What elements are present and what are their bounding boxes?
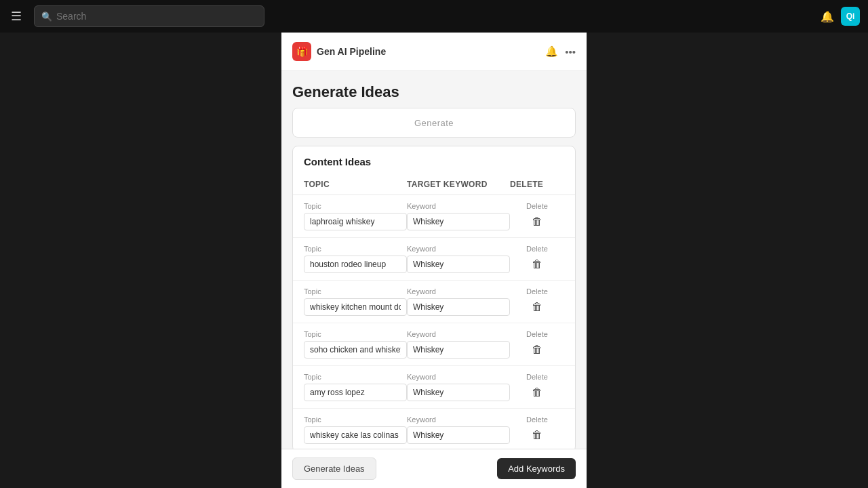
topic-cell: Topic xyxy=(304,202,407,230)
table-body: Topic Keyword Delete 🗑 Topic Keyword Del xyxy=(293,195,575,451)
topic-cell: Topic xyxy=(304,415,407,444)
generate-top-area: Generate xyxy=(292,108,576,138)
topic-input[interactable] xyxy=(304,213,407,230)
topic-input[interactable] xyxy=(304,384,407,401)
table-row: Topic Keyword Delete 🗑 xyxy=(293,281,575,323)
topic-input[interactable] xyxy=(304,298,407,316)
page-title: Generate Ideas xyxy=(292,83,576,101)
content-ideas-card: Content Ideas Topic Target Keyword Delet… xyxy=(292,146,576,452)
table-header: Topic Target Keyword Delete xyxy=(293,174,575,195)
topic-cell: Topic xyxy=(304,287,407,316)
keyword-cell: Keyword xyxy=(407,287,510,316)
topic-cell: Topic xyxy=(304,373,407,401)
delete-label: Delete xyxy=(526,373,548,381)
delete-button[interactable]: 🗑 xyxy=(529,384,545,401)
bell-icon-top[interactable]: 🔔 xyxy=(821,10,834,23)
keyword-label: Keyword xyxy=(407,330,510,338)
delete-label: Delete xyxy=(526,415,548,424)
keyword-input[interactable] xyxy=(407,256,510,273)
topic-input[interactable] xyxy=(304,341,407,359)
topic-label: Topic xyxy=(304,202,407,210)
topic-label: Topic xyxy=(304,330,407,338)
app-header-left: 🎁 Gen AI Pipeline xyxy=(292,42,386,61)
keyword-cell: Keyword xyxy=(407,202,510,230)
app-header-right: 🔔 ••• xyxy=(545,45,576,58)
delete-cell: Delete 🗑 xyxy=(510,415,564,444)
main-wrapper: 🎁 Gen AI Pipeline 🔔 ••• Generate Ideas G… xyxy=(0,33,868,488)
topic-label: Topic xyxy=(304,287,407,296)
keyword-label: Keyword xyxy=(407,202,510,210)
keyword-input[interactable] xyxy=(407,298,510,316)
table-row: Topic Keyword Delete 🗑 xyxy=(293,323,575,366)
table-row: Topic Keyword Delete 🗑 xyxy=(293,366,575,409)
delete-button[interactable]: 🗑 xyxy=(529,298,545,316)
delete-cell: Delete 🗑 xyxy=(510,202,564,230)
keyword-label: Keyword xyxy=(407,245,510,253)
topic-cell: Topic xyxy=(304,245,407,273)
generate-top-button[interactable]: Generate xyxy=(414,118,454,128)
topic-input[interactable] xyxy=(304,426,407,444)
app-title: Gen AI Pipeline xyxy=(317,46,386,57)
table-row: Topic Keyword Delete 🗑 xyxy=(293,409,575,451)
keyword-input[interactable] xyxy=(407,384,510,401)
logo-symbol: 🎁 xyxy=(296,46,308,57)
delete-cell: Delete 🗑 xyxy=(510,330,564,359)
keyword-input[interactable] xyxy=(407,341,510,359)
bell-icon[interactable]: 🔔 xyxy=(545,45,558,58)
keyword-input[interactable] xyxy=(407,426,510,444)
generate-ideas-button[interactable]: Generate Ideas xyxy=(292,458,376,480)
delete-button[interactable]: 🗑 xyxy=(529,213,545,230)
delete-label: Delete xyxy=(526,287,548,296)
top-bar-right: 🔔 Qi xyxy=(821,7,860,26)
col-header-delete: Delete xyxy=(510,180,564,189)
delete-button[interactable]: 🗑 xyxy=(529,256,545,273)
search-input[interactable] xyxy=(56,11,257,22)
topic-cell: Topic xyxy=(304,330,407,359)
keyword-label: Keyword xyxy=(407,415,510,424)
col-header-keyword: Target Keyword xyxy=(407,180,510,189)
avatar[interactable]: Qi xyxy=(841,7,860,26)
delete-label: Delete xyxy=(526,202,548,210)
add-keywords-button[interactable]: Add Keywords xyxy=(497,458,576,479)
delete-cell: Delete 🗑 xyxy=(510,245,564,273)
app-panel: 🎁 Gen AI Pipeline 🔔 ••• Generate Ideas G… xyxy=(281,33,587,488)
section-title: Content Ideas xyxy=(293,146,575,174)
topic-label: Topic xyxy=(304,373,407,381)
search-bar: 🔍 xyxy=(34,5,264,27)
table-row: Topic Keyword Delete 🗑 xyxy=(293,195,575,238)
keyword-input[interactable] xyxy=(407,213,510,230)
delete-cell: Delete 🗑 xyxy=(510,287,564,316)
keyword-cell: Keyword xyxy=(407,330,510,359)
app-logo-icon: 🎁 xyxy=(292,42,311,61)
table-row: Topic Keyword Delete 🗑 xyxy=(293,238,575,281)
delete-cell: Delete 🗑 xyxy=(510,373,564,401)
more-options-icon[interactable]: ••• xyxy=(565,46,576,58)
keyword-label: Keyword xyxy=(407,373,510,381)
delete-label: Delete xyxy=(526,330,548,338)
bottom-toolbar: Generate Ideas Add Keywords xyxy=(281,449,587,488)
app-header: 🎁 Gen AI Pipeline 🔔 ••• xyxy=(281,33,587,71)
top-bar: ☰ 🔍 🔔 Qi xyxy=(0,0,868,33)
keyword-label: Keyword xyxy=(407,287,510,296)
topic-input[interactable] xyxy=(304,256,407,273)
keyword-cell: Keyword xyxy=(407,415,510,444)
keyword-cell: Keyword xyxy=(407,245,510,273)
delete-button[interactable]: 🗑 xyxy=(529,426,545,444)
delete-label: Delete xyxy=(526,245,548,253)
col-header-topic: Topic xyxy=(304,180,407,189)
delete-button[interactable]: 🗑 xyxy=(529,341,545,359)
keyword-cell: Keyword xyxy=(407,373,510,401)
page-title-section: Generate Ideas xyxy=(281,71,587,108)
topic-label: Topic xyxy=(304,245,407,253)
hamburger-icon[interactable]: ☰ xyxy=(8,6,24,26)
search-icon: 🔍 xyxy=(41,12,52,22)
topic-label: Topic xyxy=(304,415,407,424)
